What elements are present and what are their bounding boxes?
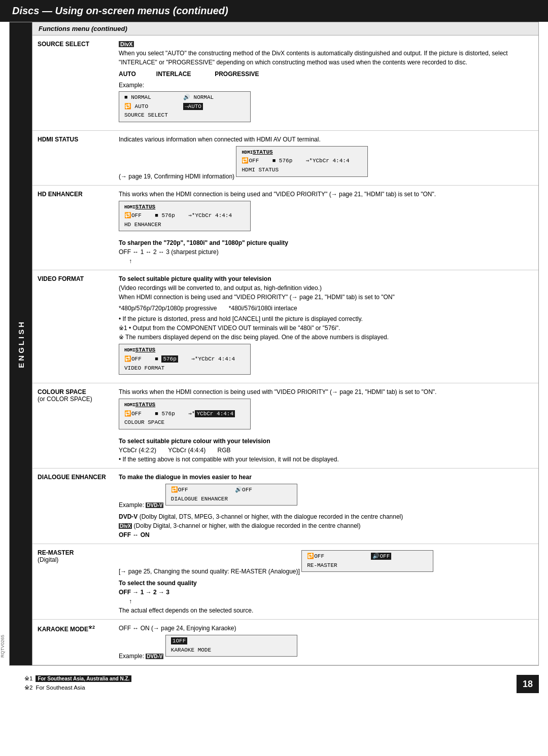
auto-option: AUTO xyxy=(119,70,136,78)
ui-hdmi-row3: HDMI STATUS xyxy=(239,166,364,175)
rqtv-code: RQTV0265 xyxy=(0,635,5,658)
ui-vf-row1: HDMISTATUS xyxy=(122,346,247,355)
cs-desc: This works when the HDMI connection is b… xyxy=(119,388,436,395)
rqtv-code-text: RQTV0265 xyxy=(0,635,5,658)
table-row: DIALOGUE ENHANCER To make the dialogue i… xyxy=(32,468,538,544)
source-select-options: AUTO INTERLACE PROGRESSIVE xyxy=(119,69,533,79)
ui-cs-row2: 🔁OFF ■ 576p ⇒*YCbCr 4:4:4 xyxy=(122,410,247,419)
divx-badge: DivX xyxy=(119,41,134,47)
karaoke-label: KARAOKE MODE※2 xyxy=(38,626,95,633)
label-cell-colour-space: COLOUR SPACE (or COLOR SPACE) xyxy=(32,383,114,469)
progressive-option: PROGRESSIVE xyxy=(215,70,259,78)
ui-hdm2-row1: HDMISTATUS xyxy=(122,203,247,212)
desc-cell-remaster: [→ page 25, Changing the sound quality: … xyxy=(114,544,538,620)
hdmi-status-ui-box: HDMISTATUS 🔁OFF ■ 576p ⇒*YCbCr 4:4:4 HDM… xyxy=(236,146,368,177)
desc-cell-video-format: To select suitable picture quality with … xyxy=(114,270,538,383)
inner-content: Functions menu (continued) SOURCE SELECT… xyxy=(32,22,538,665)
cs-compat: • If the setting above is not compatible… xyxy=(119,456,339,463)
page-footer: RQTV0265 ※1 For Southeast Asia, Australi… xyxy=(0,666,548,698)
ui-row-1-col2: 🔊 NORMAL xyxy=(181,93,247,102)
label-cell-dialogue: DIALOGUE ENHANCER xyxy=(32,468,114,544)
rm-note: The actual effect depends on the selecte… xyxy=(119,607,253,614)
vf-note2: When HDMI connection is being used and "… xyxy=(119,294,395,301)
vf-title: To select suitable picture quality with … xyxy=(119,275,271,282)
ui-row-1: ■ NORMAL xyxy=(122,93,181,102)
remaster-ui-box: 🔁OFF 🔊OFF RE-MASTER xyxy=(301,550,433,572)
ui-vf-row2: 🔁OFF ■ 576p ⇒*YCbCr 4:4:4 xyxy=(122,355,247,364)
ui-hdmi-row2: 🔁OFF ■ 576p ⇒*YCbCr 4:4:4 xyxy=(239,157,364,166)
ui-hdmi-row1: HDMISTATUS xyxy=(239,148,364,157)
ui-hdm2-row3: HD ENHANCER xyxy=(122,221,247,230)
sharpen-steps: OFF ↔ 1 ↔ 2 ↔ 3 (sharpest picture) xyxy=(119,248,219,256)
footnote-1-sup: ※1 xyxy=(24,675,32,682)
desc-cell-colour-space: This works when the HDMI connection is b… xyxy=(114,383,538,469)
desc-cell-dialogue: To make the dialogue in movies easier to… xyxy=(114,468,538,544)
de-example-label: Example: DVD-V xyxy=(119,501,163,509)
de-dvdv-note: DVD-V (Dolby Digital, DTS, MPEG, 3-chann… xyxy=(119,513,403,520)
table-row: COLOUR SPACE (or COLOR SPACE) This works… xyxy=(32,383,538,469)
table-row: RE-MASTER (Digital) [→ page 25, Changing… xyxy=(32,544,538,620)
rm-arrow: ↑ xyxy=(119,598,132,605)
rm-sound: To select the sound quality OFF → 1 → 2 … xyxy=(119,579,533,615)
ui-row-2: 🔁 AUTO xyxy=(122,102,181,112)
label-cell-hdmi: HDMI STATUS xyxy=(32,130,114,185)
colour-space-ui-box: HDMISTATUS 🔁OFF ■ 576p ⇒*YCbCr 4:4:4 COL… xyxy=(119,399,251,429)
example-label: Example: xyxy=(119,81,533,90)
hd-enhancer-sharpen: To sharpen the "720p", "1080i" and "1080… xyxy=(119,238,533,266)
vf-note1: (Video recordings will be converted to, … xyxy=(119,284,322,292)
sharpen-arrow: ↑ xyxy=(119,258,132,265)
vf-bullet3: ※ The numbers displayed depend on the di… xyxy=(119,334,389,341)
source-select-desc: When you select "AUTO" the constructing … xyxy=(119,50,508,66)
karaoke-ui-box: 1OFF KARAOKE MODE xyxy=(165,635,297,657)
table-row: HDMI STATUS Indicates various informatio… xyxy=(32,130,538,185)
de-notes: DVD-V (Dolby Digital, DTS, MPEG, 3-chann… xyxy=(119,512,533,539)
video-format-label: VIDEO FORMAT xyxy=(38,275,84,282)
ui-row-2-col2: →AUTO xyxy=(181,102,247,112)
footnotes: ※1 For Southeast Asia, Australia and N.Z… xyxy=(9,675,517,693)
sidebar-label: ENGLISH xyxy=(17,320,25,368)
table-row: HD ENHANCER This works when the HDMI con… xyxy=(32,185,538,270)
rm-sound-title: To select the sound quality xyxy=(119,580,197,587)
colour-space-label: COLOUR SPACE xyxy=(38,388,86,395)
ui-km-row1: 1OFF xyxy=(169,637,294,646)
remaster-label: RE-MASTER xyxy=(38,549,74,556)
de-off-on: OFF ↔ ON xyxy=(119,531,150,538)
de-divx-note: DivX (Dolby Digital, 3-channel or higher… xyxy=(119,522,361,529)
source-select-ui-box: ■ NORMAL 🔊 NORMAL 🔁 AUTO →AUTO SOURCE SE… xyxy=(119,91,251,122)
footnote-1: ※1 For Southeast Asia, Australia and N.Z… xyxy=(24,675,517,682)
source-select-label: SOURCE SELECT xyxy=(38,41,89,48)
hd-enhancer-ui-box: HDMISTATUS 🔁OFF ■ 576p ⇒*YCbCr 4:4:4 HD … xyxy=(119,201,251,232)
sharpen-title: To sharpen the "720p", "1080i" and "1080… xyxy=(119,239,288,246)
ui-rm-row2: RE-MASTER xyxy=(305,561,430,570)
label-cell-remaster: RE-MASTER (Digital) xyxy=(32,544,114,620)
ui-de-row2: DIALOGUE ENHANCER xyxy=(169,495,294,504)
main-content: ENGLISH Functions menu (continued) SOURC… xyxy=(9,22,539,666)
cs-options: YCbCr (4:2:2) YCbCr (4:4:4) RGB xyxy=(119,447,231,454)
vf-interlace: *480i/576i/1080i interlace xyxy=(229,305,297,312)
page-title: Discs — Using on-screen menus (continued… xyxy=(12,5,228,16)
rm-page-ref: [→ page 25, Changing the sound quality: … xyxy=(119,568,300,575)
subheader-label: Functions menu (continued) xyxy=(39,25,127,32)
cs-tv-title: To select suitable picture colour with y… xyxy=(119,438,270,445)
label-cell-karaoke: KARAOKE MODE※2 xyxy=(32,620,114,665)
ui-km-row2: KARAOKE MODE xyxy=(169,646,294,655)
footnote-2-sup: ※2 xyxy=(24,684,32,691)
vf-scan-types: *480p/576p/720p/1080p progressive *480i/… xyxy=(119,304,533,313)
ui-cs-row3: COLOUR SPACE xyxy=(122,418,247,427)
remaster-sublabel: (Digital) xyxy=(38,556,58,563)
footnote-2: ※2 For Southeast Asia xyxy=(24,684,517,691)
rm-steps: OFF → 1 → 2 → 3 xyxy=(119,589,169,596)
desc-cell-hd-enhancer: This works when the HDMI connection is b… xyxy=(114,185,538,270)
label-cell-hd-enhancer: HD ENHANCER xyxy=(32,185,114,270)
karaoke-off-on: OFF ↔ ON (→ page 24, Enjoying Karaoke) xyxy=(119,625,236,632)
cs-tv: To select suitable picture colour with y… xyxy=(119,437,533,464)
desc-cell-source-select: DivX When you select "AUTO" the construc… xyxy=(114,35,538,130)
table-row: SOURCE SELECT DivX When you select "AUTO… xyxy=(32,35,538,130)
vf-bullet2: ※1 • Output from the COMPONENT VIDEO OUT… xyxy=(119,325,340,332)
content-table: SOURCE SELECT DivX When you select "AUTO… xyxy=(32,35,538,665)
label-cell-source-select: SOURCE SELECT xyxy=(32,35,114,130)
desc-cell-karaoke: OFF ↔ ON (→ page 24, Enjoying Karaoke) E… xyxy=(114,620,538,665)
video-format-ui-box: HDMISTATUS 🔁OFF ■ 576p ⇒*YCbCr 4:4:4 VID… xyxy=(119,344,251,375)
page-wrapper: Discs — Using on-screen menus (continued… xyxy=(0,0,548,756)
sidebar: ENGLISH xyxy=(10,22,32,665)
